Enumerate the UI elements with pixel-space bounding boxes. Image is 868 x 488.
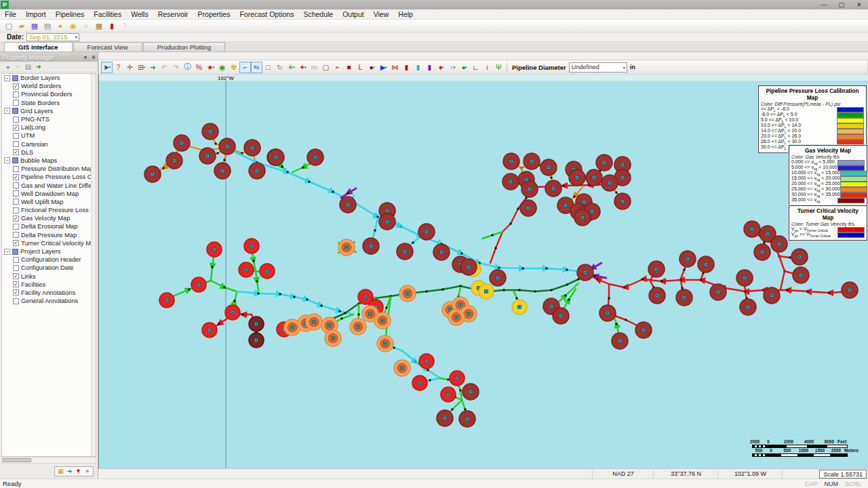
well-bubble[interactable] (698, 256, 714, 272)
well-bubble[interactable] (540, 159, 557, 176)
layer-checkbox[interactable]: ✓ (13, 149, 19, 155)
well-bubble[interactable] (207, 242, 222, 257)
well-bubble[interactable] (545, 180, 561, 197)
allocation-icon[interactable]: % (193, 62, 205, 73)
well-bubble[interactable] (612, 333, 628, 349)
table-tool-icon[interactable]: ⊞▾ (136, 62, 147, 73)
filter-icon[interactable]: ▼ (74, 467, 83, 475)
wellhead-tool-icon[interactable]: ●▾ (458, 62, 470, 73)
well-bubble[interactable] (460, 259, 477, 275)
tab-production-plotting[interactable]: Production Plotting (143, 42, 226, 52)
tree-row-delta-pressure-map[interactable]: Delta Pressure Map (2, 231, 96, 239)
well-bubble[interactable] (577, 264, 593, 281)
well-bubble[interactable] (596, 155, 612, 171)
expander-icon[interactable]: − (4, 75, 10, 81)
layer-checkbox[interactable]: ✓ (13, 273, 19, 279)
well-bubble[interactable] (599, 305, 616, 321)
layer-checkbox[interactable] (13, 224, 19, 230)
well-bubble[interactable] (377, 336, 393, 352)
well-bubble[interactable] (379, 214, 395, 230)
branch-tool-icon[interactable]: Ψ (493, 62, 505, 73)
tree-row-pipeline-pressure-loss-calibrati[interactable]: ✓Pipeline Pressure Loss Calibrati (2, 173, 96, 181)
well-bubble[interactable] (202, 123, 218, 140)
well-bubble[interactable] (174, 135, 190, 151)
layer-checkbox[interactable] (13, 232, 19, 238)
tree-row-configuration-header[interactable]: Configuration Header (2, 256, 96, 264)
well-bubble[interactable] (764, 287, 780, 304)
well-bubble[interactable] (191, 277, 206, 292)
well-bubble[interactable] (418, 224, 435, 240)
bulb-single-icon[interactable]: ● (54, 20, 66, 31)
remove-layer-icon[interactable]: − (13, 62, 23, 71)
tree-row-bubble-maps[interactable]: −Bubble Maps (2, 157, 96, 165)
tree-row-border-layers[interactable]: −Border Layers (2, 74, 96, 82)
close-button[interactable]: ✕ (850, 1, 868, 9)
well-bubble[interactable] (202, 323, 217, 338)
well-bubble[interactable] (744, 221, 760, 237)
menu-item-file[interactable]: File (0, 9, 21, 20)
well-bubble[interactable] (710, 284, 726, 300)
flag-tool-icon[interactable]: ⌐ (239, 62, 251, 73)
clear-selection-icon[interactable]: ▭ (309, 62, 320, 73)
help-icon[interactable]: ? (119, 20, 131, 31)
menu-item-wells[interactable]: Wells (126, 9, 153, 20)
menu-item-import[interactable]: Import (21, 9, 51, 20)
tab-forecast-view[interactable]: Forecast View (73, 42, 142, 52)
menu-item-schedule[interactable]: Schedule (298, 9, 338, 20)
cylinder-purple-icon[interactable]: ▮ (424, 62, 435, 73)
layer-checkbox[interactable] (13, 257, 19, 263)
well-bubble[interactable] (307, 149, 323, 165)
chevron-down-icon[interactable]: ▾ (623, 65, 627, 70)
identify-tool-icon[interactable]: ? (113, 62, 124, 73)
layer-checkbox[interactable] (13, 190, 19, 197)
well-bubble[interactable] (503, 153, 519, 169)
chevron-down-icon[interactable]: ▾ (304, 65, 307, 69)
select-tool-icon[interactable]: ➤▾ (101, 62, 113, 73)
well-bubble[interactable] (448, 309, 465, 325)
balance-tool-icon[interactable]: ⇋ (251, 62, 262, 73)
well-bubble[interactable] (397, 243, 413, 260)
well-bubble[interactable] (244, 239, 259, 253)
group-checkbox[interactable] (12, 249, 18, 255)
layer-checkbox[interactable] (13, 199, 19, 205)
well-bubble[interactable] (249, 163, 265, 179)
well-bubble[interactable] (394, 360, 410, 376)
chevron-down-icon[interactable]: ▾ (454, 65, 456, 69)
menu-item-properties[interactable]: Properties (193, 9, 235, 20)
chevron-down-icon[interactable]: ▾ (75, 35, 79, 40)
tree-row-turner-critical-velocity-map[interactable]: ✓Turner Critical Velocity Map (2, 239, 96, 247)
well-bubble[interactable] (214, 163, 231, 179)
tab-gis-interface[interactable]: GIS Interface (4, 42, 73, 52)
tee-tool-icon[interactable]: ♦▾ (435, 62, 447, 73)
tree-row-cartesian[interactable]: Cartesian (2, 140, 96, 148)
menu-item-output[interactable]: Output (338, 9, 369, 20)
tree-row-well-drawdown-map[interactable]: Well Drawdown Map (2, 190, 96, 198)
minimize-button[interactable]: — (815, 1, 833, 9)
well-bubble[interactable] (260, 264, 275, 279)
scrollbar-thumb[interactable] (3, 458, 31, 462)
node-tool-icon[interactable]: ✦▾ (297, 62, 309, 73)
layer-checkbox[interactable] (13, 100, 19, 106)
star-tool-icon[interactable]: ★▾ (205, 62, 216, 73)
layer-checkbox[interactable]: ✓ (13, 216, 19, 222)
chevron-down-icon[interactable]: ▾ (465, 65, 467, 69)
well-bubble[interactable] (268, 149, 284, 165)
well-bubble[interactable] (412, 375, 427, 390)
well-bubble[interactable] (450, 371, 465, 386)
new-file-icon[interactable]: ▢ (3, 20, 15, 31)
well-bubble[interactable] (199, 148, 216, 164)
more-icon[interactable]: » (83, 467, 92, 475)
tree-row-state-borders[interactable]: State Borders (2, 99, 96, 107)
save-config-icon[interactable]: ▦ (56, 467, 65, 475)
layer-checkbox[interactable]: ✓ (13, 174, 19, 180)
well-bubble[interactable] (512, 300, 527, 314)
well-bubble[interactable] (601, 175, 618, 191)
well-bubble[interactable] (842, 282, 858, 298)
bulb-off-icon[interactable]: ● (80, 20, 92, 31)
menu-item-view[interactable]: View (369, 9, 394, 20)
well-bubble[interactable] (459, 411, 475, 427)
well-bubble[interactable] (306, 314, 322, 330)
well-bubble[interactable] (325, 330, 341, 346)
source-tool-icon[interactable]: ●▾ (366, 62, 378, 73)
tree-row-lat-long[interactable]: ✓Lat|Long (2, 123, 96, 131)
